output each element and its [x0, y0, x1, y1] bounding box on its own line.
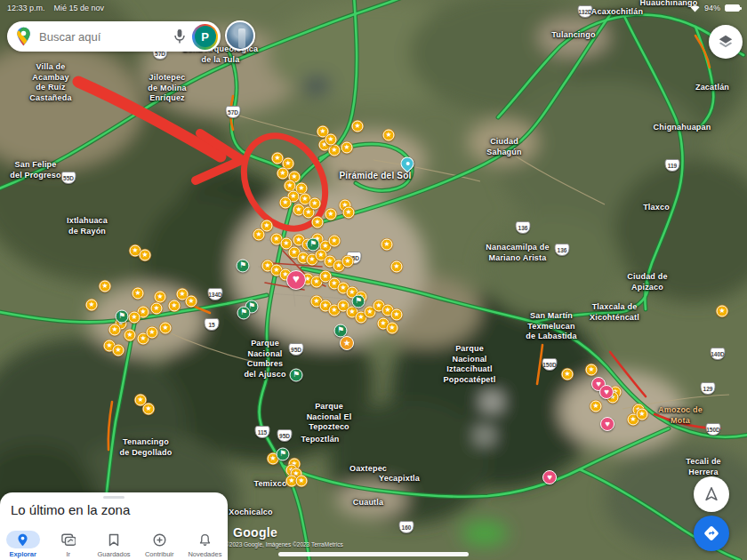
marker-star[interactable]: ★ — [637, 409, 648, 420]
marker-star[interactable]: ★ — [312, 217, 324, 228]
marker-star[interactable]: ★ — [143, 404, 155, 415]
sheet-drag-handle[interactable] — [103, 496, 124, 499]
marker-flag[interactable]: ⚑ — [116, 310, 129, 324]
marker-star[interactable]: ★ — [280, 197, 292, 209]
add-circle-icon — [142, 531, 176, 548]
marker-star[interactable]: ★ — [562, 369, 574, 380]
bottom-nav: Explorar Ir Guardados Contribuir — [0, 531, 228, 558]
status-bar: 12:33 p.m. Mié 15 de nov 94% — [0, 0, 747, 14]
marker-star[interactable]: ★ — [586, 364, 598, 376]
marker-star[interactable]: ★ — [391, 261, 403, 273]
bookmark-icon — [97, 531, 131, 548]
google-maps-pin-icon — [16, 27, 31, 46]
marker-star[interactable]: ★ — [86, 300, 98, 311]
marker-star[interactable]: ★ — [329, 145, 341, 156]
tab-label: Contribuir — [145, 550, 174, 558]
mic-icon[interactable] — [173, 28, 186, 44]
marker-star[interactable]: ★ — [169, 300, 181, 312]
marker-star[interactable]: ★ — [329, 236, 341, 247]
marker-flag[interactable]: ⚑ — [307, 238, 320, 252]
marker-star[interactable]: ★ — [109, 324, 121, 336]
marker-star[interactable]: ★ — [113, 345, 124, 356]
directions-icon — [703, 524, 720, 542]
search-bar[interactable]: P — [7, 21, 221, 52]
google-logo: Google — [233, 525, 277, 540]
bottom-sheet[interactable]: Lo último en la zona Explorar Ir Guardad… — [0, 492, 228, 560]
bell-icon — [188, 531, 221, 548]
go-icon — [52, 531, 85, 548]
marker-flag[interactable]: ⚑ — [237, 260, 250, 273]
marker-star[interactable]: ★ — [343, 207, 355, 219]
marker-heart[interactable]: ♥ — [599, 385, 614, 399]
status-time: 12:33 p.m. — [7, 4, 45, 12]
marker-star[interactable]: ★ — [140, 250, 151, 261]
tab-label: Ir — [67, 550, 71, 558]
marker-star[interactable]: ★ — [155, 292, 166, 303]
marker-star[interactable]: ★ — [342, 256, 354, 268]
marker-flag[interactable]: ⚑ — [352, 295, 365, 308]
battery-icon — [725, 4, 740, 12]
sheet-title: Lo último en la zona — [11, 502, 130, 517]
marker-star[interactable]: ★ — [296, 476, 308, 487]
marker-star[interactable]: ★ — [124, 330, 136, 341]
account-avatar[interactable]: P — [192, 24, 218, 50]
marker-flag[interactable]: ⚑ — [290, 369, 303, 382]
marker-heart[interactable]: ♥ — [600, 417, 614, 431]
navigation-arrow-icon — [703, 486, 719, 502]
tab-guardados[interactable]: Guardados — [91, 531, 136, 558]
marker-star[interactable]: ★ — [129, 312, 141, 324]
marker-star[interactable]: ★ — [277, 168, 289, 180]
marker-star[interactable]: ★ — [352, 121, 364, 132]
marker-star[interactable]: ★ — [100, 281, 111, 292]
explore-pin-icon — [6, 531, 40, 548]
tab-label: Novedades — [188, 550, 221, 558]
tab-contribuir[interactable]: Contribuir — [137, 531, 182, 558]
marker-star[interactable]: ★ — [590, 401, 602, 412]
tab-label: Guardados — [97, 550, 130, 558]
layers-icon — [718, 34, 734, 50]
profile-photo-avatar[interactable] — [225, 20, 255, 51]
marker-star[interactable]: ★ — [325, 134, 337, 146]
tab-explorar[interactable]: Explorar — [0, 531, 45, 558]
marker-star[interactable]: ★ — [383, 130, 395, 141]
marker-star[interactable]: ★ — [341, 142, 353, 154]
search-input[interactable] — [37, 29, 167, 44]
marker-star[interactable]: ★ — [382, 239, 393, 251]
marker-pyramid-pin[interactable] — [398, 154, 416, 172]
marker-star[interactable]: ★ — [160, 323, 172, 334]
my-location-button[interactable] — [694, 476, 729, 512]
marker-star[interactable]: ★ — [133, 288, 144, 300]
marker-star[interactable]: ★ — [147, 327, 158, 339]
gesture-bar[interactable] — [278, 552, 469, 556]
marker-star[interactable]: ★ — [186, 296, 197, 308]
tab-ir[interactable]: Ir — [45, 531, 91, 558]
marker-flag[interactable]: ⚑ — [237, 307, 251, 320]
marker-star[interactable]: ★ — [253, 229, 265, 241]
marker-amber-star[interactable]: ★ — [340, 336, 354, 350]
marker-flag[interactable]: ⚑ — [277, 448, 290, 461]
map-copyright: ©2023 Google, Imágenes ©2023 TerraMetric… — [225, 541, 343, 548]
google-maps-screen: 57D57D85D132D119136136150D140D129150D55D… — [0, 0, 747, 560]
status-date: Mié 15 de nov — [54, 4, 105, 12]
tab-label: Explorar — [9, 550, 36, 558]
marker-star[interactable]: ★ — [325, 209, 337, 220]
directions-fab[interactable] — [694, 516, 729, 551]
marker-heart[interactable]: ♥ — [286, 270, 306, 290]
marker-heart[interactable]: ♥ — [542, 470, 557, 484]
marker-star[interactable]: ★ — [387, 323, 398, 334]
map-layers-button[interactable] — [709, 25, 743, 59]
tab-novedades[interactable]: Novedades — [182, 531, 228, 558]
wifi-icon — [690, 4, 700, 12]
marker-star[interactable]: ★ — [391, 309, 403, 321]
status-battery-percent: 94% — [704, 4, 720, 12]
marker-star[interactable]: ★ — [309, 198, 321, 210]
marker-star[interactable]: ★ — [717, 306, 728, 317]
markers-layer: ★★★★★★★★★★★★★★★★★★★★★★★★★★★★★★★★★★★★★★★★… — [0, 0, 747, 560]
marker-star[interactable]: ★ — [151, 303, 163, 315]
